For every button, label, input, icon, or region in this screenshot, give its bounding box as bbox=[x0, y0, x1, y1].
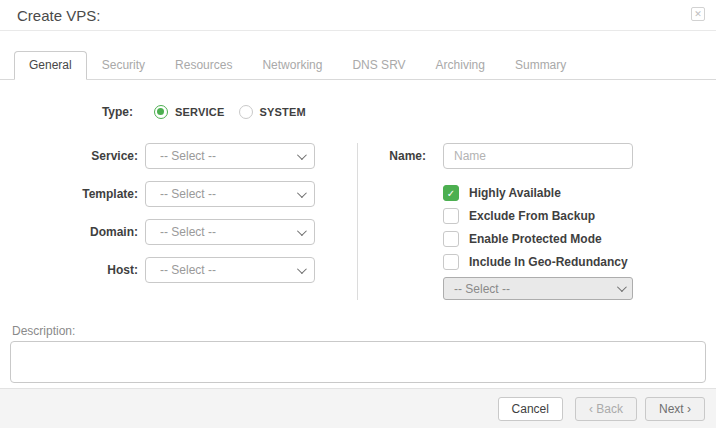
checkbox-group: ✓ Highly Available Exclude From Backup E… bbox=[443, 185, 716, 270]
type-radio-group: SERVICE SYSTEM bbox=[154, 105, 320, 119]
checkbox-row-include-in-geo-redundancy[interactable]: Include In Geo-Redundancy bbox=[443, 254, 716, 270]
geo-redundancy-select-value: -- Select -- bbox=[454, 282, 617, 296]
checkbox-row-exclude-from-backup[interactable]: Exclude From Backup bbox=[443, 208, 716, 224]
tab-general[interactable]: General bbox=[14, 51, 87, 80]
dialog-title: Create VPS: bbox=[17, 7, 100, 24]
checkbox-row-highly-available[interactable]: ✓ Highly Available bbox=[443, 185, 716, 201]
checkbox-unchecked-icon[interactable] bbox=[443, 254, 459, 270]
tab-networking[interactable]: Networking bbox=[247, 51, 337, 80]
service-select-value: -- Select -- bbox=[160, 149, 297, 163]
template-select-value: -- Select -- bbox=[160, 187, 297, 201]
name-input[interactable] bbox=[443, 143, 633, 169]
template-select[interactable]: -- Select -- bbox=[145, 181, 315, 207]
tab-dns-srv[interactable]: DNS SRV bbox=[337, 51, 420, 80]
tab-archiving[interactable]: Archiving bbox=[421, 51, 500, 80]
radio-system-label: SYSTEM bbox=[260, 106, 306, 118]
tab-security[interactable]: Security bbox=[87, 51, 160, 80]
host-field-row: Host: -- Select -- bbox=[0, 257, 357, 283]
radio-system-icon[interactable] bbox=[239, 105, 253, 119]
tab-resources[interactable]: Resources bbox=[160, 51, 247, 80]
description-textarea[interactable] bbox=[10, 341, 706, 383]
host-label: Host: bbox=[0, 263, 138, 277]
domain-select-value: -- Select -- bbox=[160, 225, 297, 239]
checkbox-unchecked-icon[interactable] bbox=[443, 208, 459, 224]
chevron-down-icon bbox=[297, 226, 307, 236]
checkbox-row-enable-protected-mode[interactable]: Enable Protected Mode bbox=[443, 231, 716, 247]
create-vps-dialog: Create VPS: ✕ General Security Resources… bbox=[0, 0, 716, 428]
close-icon[interactable]: ✕ bbox=[691, 7, 705, 21]
name-field-row: Name: bbox=[358, 143, 716, 169]
enable-protected-mode-label: Enable Protected Mode bbox=[469, 232, 602, 246]
host-select[interactable]: -- Select -- bbox=[145, 257, 315, 283]
description-label: Description: bbox=[12, 324, 706, 338]
include-in-geo-redundancy-label: Include In Geo-Redundancy bbox=[469, 255, 628, 269]
host-select-value: -- Select -- bbox=[160, 263, 297, 277]
form-columns: Service: -- Select -- Template: -- Selec… bbox=[0, 143, 716, 300]
type-label: Type: bbox=[0, 105, 133, 119]
description-block: Description: bbox=[10, 324, 706, 387]
service-select[interactable]: -- Select -- bbox=[145, 143, 315, 169]
radio-option-service[interactable]: SERVICE bbox=[154, 105, 225, 119]
domain-label: Domain: bbox=[0, 225, 138, 239]
domain-field-row: Domain: -- Select -- bbox=[0, 219, 357, 245]
tab-bar: General Security Resources Networking DN… bbox=[0, 51, 716, 80]
name-label: Name: bbox=[358, 149, 426, 163]
tab-summary[interactable]: Summary bbox=[500, 51, 581, 80]
right-column: Name: ✓ Highly Available Exclude From Ba… bbox=[358, 143, 716, 300]
chevron-down-icon bbox=[617, 282, 627, 292]
checkbox-checked-icon[interactable]: ✓ bbox=[443, 185, 459, 201]
type-row: Type: SERVICE SYSTEM bbox=[0, 105, 716, 119]
back-button[interactable]: ‹ Back bbox=[575, 397, 637, 421]
template-label: Template: bbox=[0, 187, 138, 201]
radio-service-label: SERVICE bbox=[175, 106, 225, 118]
geo-redundancy-select[interactable]: -- Select -- bbox=[443, 277, 633, 300]
service-field-row: Service: -- Select -- bbox=[0, 143, 357, 169]
left-column: Service: -- Select -- Template: -- Selec… bbox=[0, 143, 358, 300]
dialog-footer: Cancel ‹ Back Next › bbox=[0, 388, 716, 428]
chevron-down-icon bbox=[297, 188, 307, 198]
domain-select[interactable]: -- Select -- bbox=[145, 219, 315, 245]
chevron-down-icon bbox=[297, 264, 307, 274]
chevron-down-icon bbox=[297, 150, 307, 160]
template-field-row: Template: -- Select -- bbox=[0, 181, 357, 207]
checkbox-unchecked-icon[interactable] bbox=[443, 231, 459, 247]
radio-option-system[interactable]: SYSTEM bbox=[239, 105, 306, 119]
exclude-from-backup-label: Exclude From Backup bbox=[469, 209, 595, 223]
highly-available-label: Highly Available bbox=[469, 186, 561, 200]
next-button[interactable]: Next › bbox=[645, 397, 705, 421]
cancel-button[interactable]: Cancel bbox=[498, 397, 563, 421]
service-label: Service: bbox=[0, 149, 138, 163]
radio-service-icon[interactable] bbox=[154, 105, 168, 119]
dialog-header: Create VPS: ✕ bbox=[0, 0, 716, 31]
